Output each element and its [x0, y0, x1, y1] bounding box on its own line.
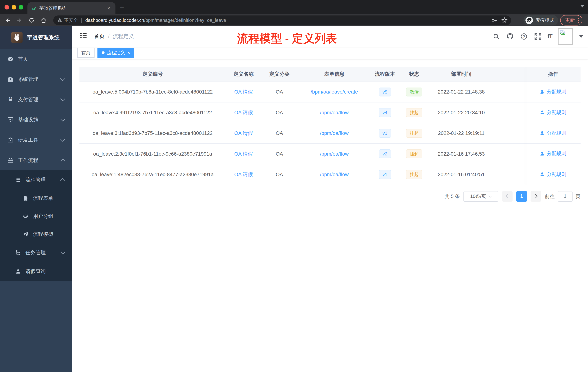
sidebar-item-task-mgmt[interactable]: 任务管理	[0, 243, 72, 262]
menu-dots-icon[interactable]	[578, 18, 579, 23]
avatar[interactable]	[558, 28, 573, 45]
bookmark-star-icon[interactable]	[502, 17, 507, 23]
sidebar-item-label: 系统管理	[18, 76, 38, 83]
sidebar-item-label: 工作流程	[18, 157, 38, 164]
version-badge: v1	[379, 170, 391, 179]
goto-page-input[interactable]	[558, 191, 573, 202]
definition-table: 定义编号 定义名称 定义分类 表单信息 流程版本 状态 部署时间 操作 oa_l…	[79, 67, 580, 185]
browser-tab[interactable]: 芋道管理系统 ×	[27, 2, 116, 14]
minimize-window-button[interactable]	[12, 5, 16, 10]
prev-page-button[interactable]	[502, 191, 513, 202]
search-icon[interactable]	[492, 32, 500, 40]
page-unit-label: 页	[576, 193, 580, 200]
maximize-window-button[interactable]	[19, 5, 23, 10]
robot-icon	[22, 213, 29, 219]
form-link[interactable]: /bpm/oa/flow	[320, 130, 349, 136]
new-tab-button[interactable]: +	[120, 4, 124, 11]
breadcrumb: 首页 / 流程定义	[94, 33, 134, 40]
tag-process-definition[interactable]: 流程定义 ×	[97, 48, 134, 58]
tab-search-chevron-icon[interactable]	[580, 5, 584, 8]
col-header-deploy-time: 部署时间	[430, 71, 493, 77]
forward-button[interactable]	[15, 16, 24, 25]
back-button[interactable]	[3, 16, 12, 25]
update-label[interactable]: 更新	[565, 17, 575, 23]
deploy-time: 2022-01-16 17:46:53	[430, 151, 493, 157]
page-number-1[interactable]: 1	[516, 191, 527, 202]
deploy-time: 2022-01-22 20:34:10	[430, 110, 493, 116]
sidebar-item-devtools[interactable]: 研发工具	[0, 130, 72, 150]
col-header-actions: 操作	[526, 71, 580, 77]
pagination-total: 共 5 条	[445, 193, 460, 200]
security-label[interactable]: 不安全	[64, 17, 78, 23]
password-key-icon[interactable]	[491, 17, 497, 23]
definition-name-link[interactable]: OA 请假	[234, 130, 253, 136]
col-header-id: 定义编号	[79, 71, 226, 77]
sidebar-item-home[interactable]: 首页	[0, 49, 72, 69]
deploy-time: 2022-01-22 21:48:38	[430, 89, 493, 95]
assign-rule-link[interactable]: 分配规则	[540, 150, 566, 157]
tab-title: 芋道管理系统	[40, 5, 106, 11]
list-icon	[15, 177, 21, 183]
sidebar-logo[interactable]: 芋道管理系统	[0, 26, 72, 49]
tag-home[interactable]: 首页	[77, 48, 94, 58]
close-window-button[interactable]	[5, 5, 9, 10]
form-link[interactable]: /bpm/oa/flow	[320, 172, 349, 177]
yen-icon: ¥	[8, 96, 13, 103]
tree-icon	[15, 250, 21, 255]
github-icon[interactable]	[506, 32, 514, 40]
chevron-up-icon	[60, 178, 65, 183]
assign-rule-link[interactable]: 分配规则	[540, 88, 566, 95]
home-button[interactable]	[39, 16, 48, 25]
next-page-button[interactable]	[531, 191, 541, 202]
help-icon[interactable]: ?	[520, 32, 528, 40]
sidebar-item-leave-query[interactable]: 请假查询	[0, 262, 72, 281]
url-host: dashboard.yudao.iocoder.cn	[85, 18, 144, 23]
status-badge: 挂起	[406, 129, 422, 138]
definition-name-link[interactable]: OA 请假	[234, 89, 253, 95]
address-bar[interactable]: 不安全 dashboard.yudao.iocoder.cn/bpm/manag…	[53, 15, 511, 25]
fixed-column-divider	[526, 67, 526, 185]
sidebar: 芋道管理系统 首页 系统管理 ¥ 支付管理 基础设施	[0, 26, 72, 372]
chevron-left-icon	[506, 194, 510, 198]
sidebar-item-user-group[interactable]: 用户分组	[0, 207, 72, 225]
form-link[interactable]: /bpm/oa/flow	[320, 151, 349, 157]
font-size-icon[interactable]: tT	[548, 33, 552, 40]
svg-text:?: ?	[523, 34, 525, 38]
sidebar-item-workflow[interactable]: 工作流程	[0, 150, 72, 170]
menu-fold-icon[interactable]	[78, 31, 89, 42]
definition-name-link[interactable]: OA 请假	[234, 172, 253, 177]
broken-image-icon	[559, 30, 565, 36]
sidebar-item-process-model[interactable]: 流程模型	[0, 225, 72, 243]
tag-close-icon[interactable]: ×	[127, 50, 130, 55]
assign-rule-label: 分配规则	[547, 171, 566, 178]
page-size-select[interactable]: 10条/页	[463, 191, 498, 202]
col-header-form: 表单信息	[297, 71, 371, 77]
sidebar-item-label: 研发工具	[18, 136, 38, 143]
user-icon	[540, 89, 545, 94]
avatar-dropdown-caret-icon[interactable]	[579, 35, 583, 38]
assign-rule-link[interactable]: 分配规则	[540, 171, 566, 178]
chevron-down-icon	[60, 137, 65, 142]
reload-button[interactable]	[27, 16, 36, 25]
gear-icon	[8, 76, 13, 82]
sidebar-item-infra[interactable]: 基础设施	[0, 109, 72, 130]
breadcrumb-home[interactable]: 首页	[94, 33, 105, 40]
user-icon	[540, 131, 545, 136]
definition-name-link[interactable]: OA 请假	[234, 151, 253, 157]
sidebar-item-payment[interactable]: ¥ 支付管理	[0, 89, 72, 109]
sidebar-item-process-form[interactable]: 流程表单	[0, 189, 72, 207]
definition-name-link[interactable]: OA 请假	[234, 110, 253, 115]
tab-favicon-sprout-icon	[31, 6, 36, 11]
definition-id: oa_leave:3:1fad3d93-7b75-11ec-a3c8-acde4…	[79, 130, 226, 136]
form-link[interactable]: /bpm/oa/leave/create	[311, 89, 358, 95]
user-icon	[540, 151, 545, 156]
sidebar-item-process-mgmt[interactable]: 流程管理	[0, 170, 72, 189]
update-menu-button[interactable]: 更新	[560, 15, 582, 26]
assign-rule-link[interactable]: 分配规则	[540, 109, 566, 116]
assign-rule-link[interactable]: 分配规则	[540, 130, 566, 136]
page-content: 定义编号 定义名称 定义分类 表单信息 流程版本 状态 部署时间 操作 oa_l…	[72, 59, 588, 372]
form-link[interactable]: /bpm/oa/flow	[320, 110, 349, 115]
sidebar-item-system[interactable]: 系统管理	[0, 69, 72, 89]
tab-close-icon[interactable]: ×	[106, 5, 112, 11]
fullscreen-icon[interactable]	[534, 32, 542, 40]
